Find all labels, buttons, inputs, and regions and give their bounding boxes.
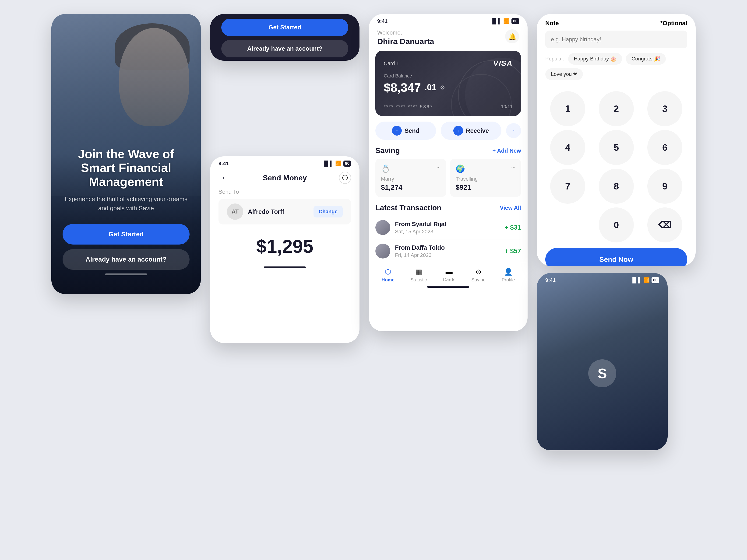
signal-icon: ▐▌▌ [323,161,333,167]
view-all-button[interactable]: View All [500,205,521,211]
num-key-1[interactable]: 1 [550,91,585,126]
get-started-top-button[interactable]: Get Started [221,19,348,36]
num-key-0[interactable]: 0 [599,208,634,242]
tab-cards[interactable]: ▬ Cards [443,268,455,283]
phone-home: 9:41 ▐▌▌ 📶 80 Welcome, Dhira Danuarta 🔔 [369,14,527,331]
saving-grid: 💍 ··· Marry $1,274 🌍 ··· Travelling $921 [369,159,527,197]
splash-status-bar: 9:41 ▐▌▌ 📶 80 [537,273,668,285]
welcome-text: Welcome, [377,29,434,36]
num-key-2[interactable]: 2 [599,91,634,126]
tab-statistic[interactable]: ▦ Statistic [411,268,427,283]
home-tab-label: Home [382,277,394,283]
num-key-8[interactable]: 8 [599,169,634,204]
recipient-row: AT Alfredo Torff Change [218,199,351,224]
tab-saving[interactable]: ⊙ Saving [471,268,486,283]
already-account-button[interactable]: Already have an account? [62,249,189,270]
tab-profile[interactable]: 👤 Profile [501,268,515,283]
profile-tab-icon: 👤 [504,268,513,276]
phone-numpad: Note *Optional Popular: Happy Birthday 🎂… [537,14,696,266]
tab-home[interactable]: ⬡ Home [382,268,394,283]
receive-icon: ↓ [453,126,463,136]
status-bar: 9:41 ▐▌▌ 📶 80 [210,156,360,168]
back-button[interactable]: ← [218,172,231,184]
send-now-button[interactable]: Send Now [545,248,687,266]
numpad-grid: 1 2 3 4 5 6 7 8 9 0 ⌫ [537,91,696,248]
wifi-icon: 📶 [335,161,341,167]
send-label: Send [405,127,419,134]
note-input[interactable] [545,31,687,48]
saving-label-1: Marry [381,176,441,182]
num-key-backspace[interactable]: ⌫ [647,208,682,242]
status-time: 9:41 [218,161,229,167]
home-status-time: 9:41 [377,18,387,24]
change-button[interactable]: Change [313,206,343,217]
notification-button[interactable]: 🔔 [505,29,519,44]
saving-card-top-1: 💍 ··· [381,164,441,173]
splash-logo: S [537,285,668,450]
more-actions-button[interactable]: ··· [506,123,521,138]
tx-info-2: From Daffa Toldo Fri, 14 Apr 2023 [395,244,500,258]
add-new-button[interactable]: + Add New [493,148,521,154]
onboarding-content: Join the Wave of Smart Financial Managem… [51,147,201,275]
splash-status-time: 9:41 [545,277,556,283]
tx-section-header: Latest Transaction View All [369,197,527,216]
saving-title: Saving [376,146,400,155]
phone-onboarding: Join the Wave of Smart Financial Managem… [51,14,201,294]
card-bottom: **** **** **** 5367 10/11 [384,104,513,109]
home-header: Welcome, Dhira Danuarta 🔔 [369,26,527,51]
profile-tab-label: Profile [501,277,515,283]
num-key-empty [550,208,585,242]
tag-happy-birthday[interactable]: Happy Birthday 🎂 [568,53,622,64]
get-started-button[interactable]: Get Started [62,224,189,244]
saving-more-1[interactable]: ··· [437,164,441,170]
saving-card-marry: 💍 ··· Marry $1,274 [376,159,446,197]
home-indicator-send [264,266,306,268]
saving-card-travelling: 🌍 ··· Travelling $921 [450,159,521,197]
tx-title: Latest Transaction [376,204,441,212]
recipient-name: Alfredo Torff [248,208,309,215]
saving-amount-2: $921 [456,183,515,191]
saving-tab-icon: ⊙ [475,268,481,276]
user-name: Dhira Danuarta [377,37,434,46]
page-title: Send Money [263,174,307,182]
tag-love-you[interactable]: Love you ❤ [545,69,583,80]
hide-balance-icon[interactable]: ⊘ [440,84,445,91]
phone-splash: 9:41 ▐▌▌ 📶 80 S [537,273,668,450]
num-key-4[interactable]: 4 [550,130,585,165]
splash-battery: 80 [651,277,659,283]
splash-wifi-icon: 📶 [643,277,650,283]
note-section: Note *Optional Popular: Happy Birthday 🎂… [537,14,696,91]
card-container: Card 1 VISA Card Balance $8,347.01 ⊘ ***… [376,51,521,116]
phone-onboarding-top: Get Started Already have an account? [210,14,360,61]
saving-more-2[interactable]: ··· [511,164,515,170]
num-key-6[interactable]: 6 [647,130,682,165]
tx-amount-2: + $57 [505,247,521,255]
num-key-5[interactable]: 5 [599,130,634,165]
home-indicator [105,273,147,275]
note-header: Note *Optional [545,20,687,27]
tag-congrats[interactable]: Congrats!🎉 [626,53,666,64]
balance-cents: .01 [424,83,436,92]
send-button[interactable]: ↑ Send [376,122,436,140]
splash-signal-icon: ▐▌▌ [630,277,642,283]
send-icon: ↑ [392,126,402,136]
popular-tags: Popular: Happy Birthday 🎂 Congrats!🎉 Lov… [545,53,687,80]
receive-button[interactable]: ↓ Receive [441,122,501,140]
home-tab-icon: ⬡ [385,268,391,276]
num-key-3[interactable]: 3 [647,91,682,126]
balance-main: $8,347 [384,80,421,95]
card-expiry: 10/11 [501,104,513,109]
transaction-2: From Daffa Toldo Fri, 14 Apr 2023 + $57 [369,239,527,263]
logo-circle: S [588,359,616,387]
num-key-9[interactable]: 9 [647,169,682,204]
saving-icon-2: 🌍 [456,164,465,173]
home-wifi-icon: 📶 [503,18,510,24]
note-optional: *Optional [660,20,687,27]
cards-tab-icon: ▬ [446,268,453,275]
already-account-top-button[interactable]: Already have an account? [221,40,348,57]
battery-indicator: 80 [343,161,351,167]
send-to-label: Send To [210,189,360,199]
num-key-7[interactable]: 7 [550,169,585,204]
info-button[interactable]: ⓘ [339,172,351,184]
onboarding-subtitle: Experience the thrill of achieving your … [62,195,189,213]
